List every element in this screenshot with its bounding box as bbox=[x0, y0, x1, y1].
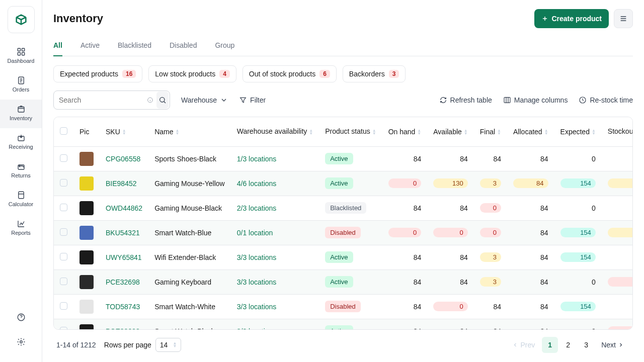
table-row[interactable]: PCE32698 Smart Watch-Black 3/3 locations… bbox=[54, 319, 632, 330]
search-input[interactable] bbox=[59, 96, 147, 104]
nav-calculator[interactable]: Calculator bbox=[0, 186, 42, 214]
reports-icon bbox=[17, 219, 26, 228]
tab-active[interactable]: Active bbox=[80, 37, 100, 56]
nav-settings[interactable] bbox=[0, 330, 42, 355]
available-value: 84 bbox=[427, 245, 473, 269]
table-row[interactable]: CPG06558 Sports Shoes-Black 1/3 location… bbox=[54, 146, 632, 171]
tab-all[interactable]: All bbox=[53, 37, 62, 56]
col-status[interactable]: Product status▲▼ bbox=[319, 117, 382, 146]
dropdown-label: Warehouse bbox=[181, 96, 217, 104]
tab-group[interactable]: Group bbox=[215, 37, 234, 56]
nav-reports[interactable]: Reports bbox=[0, 214, 42, 243]
available-value: 84 bbox=[427, 146, 473, 171]
page-1[interactable]: 1 bbox=[542, 337, 558, 353]
available-value: 84 bbox=[427, 319, 473, 330]
table-row[interactable]: TOD58743 Smart Watch-White 3/3 locations… bbox=[54, 294, 632, 319]
restock-button[interactable]: Re-stock time bbox=[579, 96, 633, 104]
button-label: Create product bbox=[551, 15, 602, 23]
sku-link[interactable]: UWY65841 bbox=[106, 253, 142, 261]
col-name[interactable]: Name▲▼ bbox=[148, 117, 231, 146]
returns-icon bbox=[17, 162, 26, 171]
table-row[interactable]: BKU54321 Smart Watch-Blue 0/1 location D… bbox=[54, 220, 632, 245]
col-sku[interactable]: SKU▲▼ bbox=[100, 117, 148, 146]
on-hand-value: 84 bbox=[382, 319, 428, 330]
help-icon bbox=[17, 313, 26, 322]
filter-button[interactable]: Filter bbox=[239, 96, 266, 104]
table-row[interactable]: UWY65841 Wifi Extender-Black 3/3 locatio… bbox=[54, 245, 632, 269]
tab-blacklisted[interactable]: Blacklisted bbox=[118, 37, 151, 56]
col-expected[interactable]: Expected▲▼ bbox=[554, 117, 602, 146]
nav-inventory[interactable]: Inventory bbox=[0, 100, 42, 128]
available-value: 0 bbox=[427, 220, 473, 245]
menu-button[interactable] bbox=[614, 9, 633, 28]
warehouse-link[interactable]: 3/3 locations bbox=[237, 303, 277, 311]
svg-rect-13 bbox=[504, 98, 510, 103]
row-checkbox[interactable] bbox=[60, 302, 67, 310]
filter-icon bbox=[239, 96, 247, 104]
warehouse-link[interactable]: 3/3 locations bbox=[237, 278, 277, 286]
warehouse-link[interactable]: 3/3 locations bbox=[237, 253, 277, 261]
nav-help[interactable] bbox=[0, 306, 42, 330]
warehouse-dropdown[interactable]: Warehouse bbox=[181, 96, 228, 104]
nav-label: Calculator bbox=[9, 201, 34, 207]
table-row[interactable]: BIE98452 Gaming Mouse-Yellow 4/6 locatio… bbox=[54, 171, 632, 196]
sku-link[interactable]: CPG06558 bbox=[106, 155, 140, 163]
sku-link[interactable]: BKU54321 bbox=[106, 229, 140, 237]
chip-out-of-stock-products[interactable]: Out of stock products6 bbox=[243, 65, 337, 82]
refresh-button[interactable]: Refresh table bbox=[439, 96, 492, 104]
expected-value: 0 bbox=[554, 319, 602, 330]
page-3[interactable]: 3 bbox=[578, 337, 594, 353]
table-row[interactable]: OWD44862 Gaming Mouse-Black 2/3 location… bbox=[54, 196, 632, 220]
nav-label: Reports bbox=[11, 230, 31, 236]
nav-receiving[interactable]: Receiving bbox=[0, 128, 42, 157]
nav-label: Returns bbox=[11, 172, 31, 178]
sku-link[interactable]: TOD58743 bbox=[106, 303, 140, 311]
available-value: 84 bbox=[427, 269, 473, 294]
col-allocated[interactable]: Allocated▲▼ bbox=[507, 117, 554, 146]
chip-expected-products[interactable]: Expected products16 bbox=[53, 65, 142, 82]
warehouse-link[interactable]: 0/1 location bbox=[237, 229, 273, 237]
row-checkbox[interactable] bbox=[60, 327, 67, 330]
col-warehouse[interactable]: Warehouse availability▲▼ bbox=[231, 117, 319, 146]
table-row[interactable]: PCE32698 Gaming Keyboard 3/3 locations A… bbox=[54, 269, 632, 294]
row-checkbox[interactable] bbox=[60, 278, 67, 285]
next-button[interactable]: Next bbox=[595, 338, 630, 352]
search-button[interactable] bbox=[156, 92, 169, 109]
manage-columns-button[interactable]: Manage columns bbox=[503, 96, 568, 104]
expected-value: 0 bbox=[554, 196, 602, 220]
create-product-button[interactable]: Create product bbox=[534, 9, 609, 28]
sku-link[interactable]: BIE98452 bbox=[106, 179, 137, 188]
logo[interactable] bbox=[8, 6, 35, 33]
product-thumbnail bbox=[79, 226, 94, 240]
row-checkbox[interactable] bbox=[60, 253, 67, 260]
row-checkbox[interactable] bbox=[60, 228, 67, 236]
sku-link[interactable]: PCE32698 bbox=[106, 327, 140, 330]
rows-per-page-select[interactable]: 14 ▲▼ bbox=[155, 338, 182, 352]
chip-low-stock-products[interactable]: Low stock products4 bbox=[148, 65, 236, 82]
page-2[interactable]: 2 bbox=[560, 337, 576, 353]
sku-link[interactable]: OWD44862 bbox=[106, 204, 142, 212]
svg-rect-3 bbox=[22, 53, 24, 55]
select-all-checkbox[interactable] bbox=[60, 127, 67, 135]
sku-link[interactable]: PCE32698 bbox=[106, 278, 140, 286]
nav-returns[interactable]: Returns bbox=[0, 157, 42, 186]
warehouse-link[interactable]: 2/3 locations bbox=[237, 204, 277, 212]
nav-orders[interactable]: Orders bbox=[0, 71, 42, 100]
menu-icon bbox=[619, 15, 627, 23]
nav-dashboard[interactable]: Dashboard bbox=[0, 42, 42, 71]
row-checkbox[interactable] bbox=[60, 179, 67, 187]
chip-backorders[interactable]: Backorders3 bbox=[343, 65, 406, 82]
warehouse-link[interactable]: 4/6 locations bbox=[237, 179, 277, 188]
col-onhand[interactable]: On hand▲▼ bbox=[382, 117, 428, 146]
product-name: Gaming Keyboard bbox=[148, 269, 231, 294]
prev-button[interactable]: Prev bbox=[506, 338, 541, 352]
col-available[interactable]: Available▲▼ bbox=[427, 117, 473, 146]
row-checkbox[interactable] bbox=[60, 154, 67, 162]
expected-value: 0 bbox=[554, 146, 602, 171]
product-name: Gaming Mouse-Black bbox=[148, 196, 231, 220]
warehouse-link[interactable]: 1/3 locations bbox=[237, 155, 277, 163]
row-checkbox[interactable] bbox=[60, 204, 67, 211]
col-final[interactable]: Final▲▼ bbox=[474, 117, 507, 146]
warehouse-link[interactable]: 3/3 locations bbox=[237, 327, 277, 330]
tab-disabled[interactable]: Disabled bbox=[170, 37, 197, 56]
